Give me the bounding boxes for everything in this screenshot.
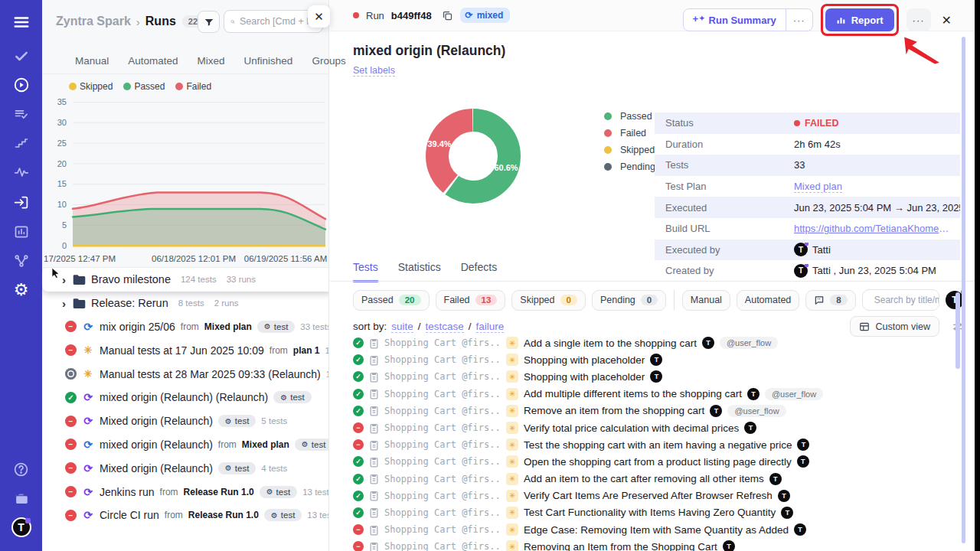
filter-pending[interactable]: Pending0	[592, 290, 666, 311]
duration-value: 2h 6m 42s	[794, 139, 847, 150]
suite-path: Shopping Cart @firs...	[384, 541, 501, 551]
tests-search[interactable]	[862, 289, 939, 311]
integrations-branch-icon[interactable]	[0, 248, 42, 274]
filter-failed[interactable]: Failed13	[436, 290, 506, 311]
sort-by-testcase[interactable]: testcase	[426, 321, 464, 333]
screenshot-crop-edge	[975, 0, 980, 551]
test-row[interactable]: −Shopping Cart @firs...✳Edge Case: Remov…	[353, 521, 967, 538]
filter-passed[interactable]: Passed20	[353, 290, 430, 311]
test-plans-icon[interactable]	[0, 101, 42, 127]
run-group-row[interactable]: › Bravo milestone 124 tests 33 runs	[42, 268, 328, 292]
clipboard-icon	[369, 337, 379, 349]
suite-path: Shopping Cart @firs...	[384, 507, 501, 518]
legend-failed: Failed	[604, 128, 655, 139]
test-row[interactable]: ✓Shopping Cart @firs...✳Open the shoppin…	[353, 453, 967, 470]
panel-close-button[interactable]: ✕	[308, 5, 330, 28]
test-tag-badge: ⚙test	[218, 415, 256, 427]
run-row[interactable]: −⟳ Jenkins run from Release Run 1.0 ⚙tes…	[42, 480, 328, 504]
tab-statistics[interactable]: Statistics	[398, 261, 441, 282]
test-row[interactable]: −Shopping Cart @firs...✳Removing an Item…	[353, 538, 967, 551]
imports-icon[interactable]	[0, 189, 42, 215]
test-row[interactable]: −Shopping Cart @firs...✳Test the shoppin…	[353, 436, 967, 453]
folder-icon	[73, 274, 86, 285]
run-id: b449ff48	[391, 10, 432, 21]
passed-status-icon: ✓	[353, 456, 364, 467]
failed-status-icon: −	[65, 439, 77, 450]
run-row[interactable]: −⟳ Mixed origin (Relaunch) ⚙test 5 tests	[42, 409, 328, 433]
run-title: Mixed origin (Relaunch)	[100, 415, 213, 427]
test-row[interactable]: ✓Shopping Cart @firs...✳Shopping with pl…	[353, 368, 967, 385]
chevron-right-icon[interactable]: ›	[62, 273, 66, 286]
run-row[interactable]: ✳ Manual tests at 28 Mar 2025 09:33 (Rel…	[42, 362, 328, 386]
panel-scrollbar[interactable]	[962, 37, 965, 543]
test-row[interactable]: ✓Shopping Cart @firs...✳Add multiple dif…	[353, 386, 967, 403]
run-row[interactable]: −⟳ Circle CI run from Release Run 1.0 ⚙t…	[42, 504, 328, 527]
test-plan-link[interactable]: Mixed plan	[794, 181, 842, 193]
test-row[interactable]: ✓Shopping Cart @firs...✳Test Cart Functi…	[353, 504, 967, 521]
testcases-check-icon[interactable]	[0, 43, 42, 69]
test-row[interactable]: ✓Shopping Cart @firs...✳Add a single ite…	[353, 334, 967, 351]
tests-search-input[interactable]	[874, 295, 939, 305]
filters-divider	[674, 290, 675, 310]
tab-defects[interactable]: Defects	[461, 261, 497, 282]
breadcrumb-project[interactable]: Zyntra Spark	[56, 15, 131, 28]
run-row[interactable]: −⟳ mixed origin (Relaunch) from Mixed pl…	[42, 433, 328, 457]
tests-count-value: 33	[794, 159, 811, 171]
test-title: Add a single item to the shopping cart	[524, 337, 697, 349]
passed-status-icon: ✓	[353, 389, 364, 399]
run-group-row[interactable]: › Release: Rerun 8 tests 2 runs	[42, 292, 328, 315]
run-summary-more-button[interactable]: ···	[786, 9, 812, 31]
menu-icon[interactable]	[0, 9, 42, 35]
copy-icon[interactable]	[442, 10, 453, 21]
filter-comments[interactable]: 8	[805, 290, 855, 311]
run-summary-button[interactable]: +✦ Run Summary	[684, 9, 786, 31]
report-button[interactable]: Report	[825, 8, 894, 31]
projects-folder-icon[interactable]	[0, 485, 42, 511]
run-row[interactable]: −⟳ mix origin 25/06 from Mixed plan ⚙tes…	[42, 315, 328, 339]
test-row[interactable]: ✓Shopping Cart @firs...✳Shopping with pl…	[353, 351, 967, 368]
chevron-right-icon[interactable]: ›	[62, 297, 66, 310]
tab-groups[interactable]: Groups	[312, 55, 345, 67]
reports-chart-icon[interactable]	[0, 219, 42, 245]
test-row[interactable]: ✓Shopping Cart @firs...✳Verify Cart Item…	[353, 487, 967, 504]
test-row[interactable]: ✓Shopping Cart @firs...✳Add an item to t…	[353, 471, 967, 487]
run-row[interactable]: −⟳ Mixed origin (Relaunch) ⚙test 4 tests	[42, 456, 328, 480]
set-labels-link[interactable]: Set labels	[353, 65, 395, 77]
more-options-button[interactable]: ···	[906, 8, 931, 31]
user-avatar[interactable]: T	[0, 514, 42, 540]
relaunch-run-icon: ⟳	[82, 463, 94, 474]
test-row[interactable]: −Shopping Cart @firs...✳Verify total pri…	[353, 419, 967, 436]
run-actions: +✦ Run Summary ··· Report ··· ✕	[683, 4, 955, 36]
help-icon[interactable]	[0, 456, 42, 482]
tab-automated[interactable]: Automated	[128, 55, 178, 67]
milestones-steps-icon[interactable]	[0, 130, 42, 156]
defects-pulse-icon[interactable]	[0, 159, 42, 185]
sort-by-failure[interactable]: failure	[476, 321, 505, 333]
tab-mixed[interactable]: Mixed	[198, 55, 225, 67]
close-detail-button[interactable]: ✕	[939, 10, 955, 31]
breadcrumb-section[interactable]: Runs	[145, 15, 176, 28]
run-type-badge[interactable]: ⟳mixed	[460, 8, 511, 23]
filter-automated[interactable]: Automated	[737, 290, 799, 311]
custom-view-button[interactable]: Custom view	[850, 316, 939, 337]
filter-manual[interactable]: Manual	[682, 290, 730, 311]
detail-row-status: Status FAILED	[655, 112, 960, 134]
run-row[interactable]: ✓⟳ mixed origin (Relaunch) (Relaunch) ⚙t…	[42, 386, 328, 409]
group-name: Release: Rerun	[91, 297, 168, 309]
filter-button[interactable]	[198, 11, 220, 33]
runs-play-icon[interactable]	[0, 72, 42, 98]
detail-row-executed: Executed Jun 23, 2025 5:04 PM → Jun 23, …	[655, 197, 960, 218]
sort-by-suite[interactable]: suite	[391, 321, 413, 333]
tab-manual[interactable]: Manual	[75, 55, 109, 67]
tab-unfinished[interactable]: Unfinished	[244, 55, 293, 67]
run-row[interactable]: −✳ Manual tests at 17 Jun 2025 10:09 fro…	[42, 338, 328, 362]
annotation-highlight-box: Report	[821, 4, 899, 36]
build-url-link[interactable]: https://github.com/TetianaKhomenko/Load-…	[794, 223, 954, 234]
test-row[interactable]: ✓Shopping Cart @firs...✳Remove an item f…	[353, 403, 967, 419]
tab-tests[interactable]: Tests	[353, 261, 378, 282]
filter-skipped[interactable]: Skipped0	[511, 290, 586, 311]
tests-scrollbar[interactable]	[956, 292, 960, 369]
settings-gear-icon[interactable]: ⚙	[0, 277, 42, 303]
test-tag-badge: ⚙test	[264, 509, 302, 521]
runs-search-input[interactable]	[240, 16, 316, 27]
